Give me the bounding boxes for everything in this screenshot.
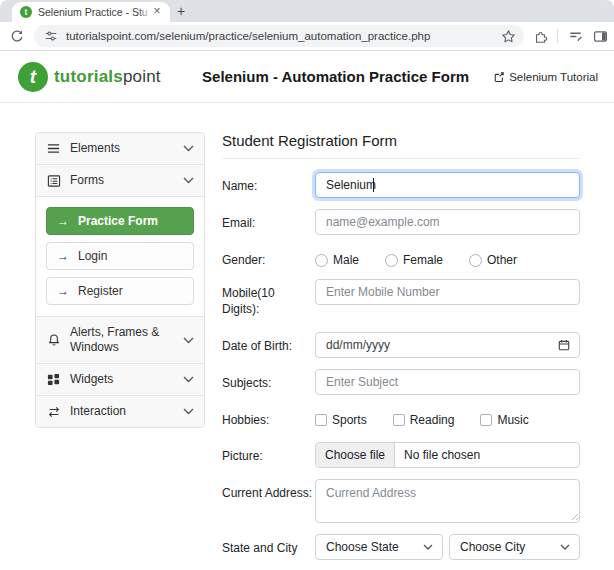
page-content: Elements Forms → Practice Form [0,103,614,570]
text-caret [373,178,374,192]
bookmark-star-icon[interactable] [500,28,516,44]
chevron-down-icon [183,145,194,152]
chevron-down-icon [560,544,570,550]
sidebar-item-login[interactable]: → Login [46,242,194,270]
page-title: Selenium - Automation Practice Form [178,68,493,85]
option-label: Sports [332,413,367,427]
option-label: Male [333,253,359,267]
sidebar-menu: Elements Forms → Practice Form [35,132,205,428]
option-label: Reading [410,413,455,427]
state-select-value: Choose State [326,540,399,554]
dob-row: Date of Birth: dd/mm/yyyy [222,332,580,358]
side-panel-icon[interactable] [592,28,608,44]
city-select[interactable]: Choose City [449,534,580,560]
arrow-right-icon: → [57,284,69,298]
url-bar[interactable]: tutorialspoint.com/selenium/practice/sel… [34,25,524,47]
checkbox-icon[interactable] [393,414,405,426]
email-input[interactable] [315,209,580,235]
gender-option-male[interactable]: Male [315,253,359,267]
browser-tab[interactable]: t Selenium Practice - Student Registrati… [12,2,170,22]
sidebar-item-label: Widgets [70,372,179,387]
mobile-row: Mobile(10 Digits): [222,279,580,317]
url-text[interactable]: tutorialspoint.com/selenium/practice/sel… [66,30,500,42]
tab-close-icon[interactable]: × [150,5,164,19]
dob-input[interactable]: dd/mm/yyyy [315,332,580,358]
sidebar-item-practice-form[interactable]: → Practice Form [46,207,194,235]
reading-list-icon[interactable] [567,28,583,44]
sidebar-item-alerts-frames-windows[interactable]: Alerts, Frames & Windows [36,317,204,364]
option-label: Music [497,413,528,427]
address-label: Current Address: [222,479,315,523]
subjects-input[interactable] [315,369,580,395]
hobby-option-reading[interactable]: Reading [393,413,455,427]
gender-row: Gender: Male Female Other [222,246,580,268]
form-list-icon [46,173,61,188]
choose-file-button[interactable]: Choose file [316,443,395,467]
new-tab-button[interactable]: + [170,2,192,22]
picture-row: Picture: Choose file No file chosen [222,442,580,468]
chevron-down-icon [183,376,194,383]
form-title: Student Registration Form [222,132,580,159]
browser-window: t Selenium Practice - Student Registrati… [0,0,614,570]
gender-option-other[interactable]: Other [469,253,517,267]
hobbies-label: Hobbies: [222,406,315,428]
email-label: Email: [222,209,315,235]
calendar-icon[interactable] [558,339,570,351]
reload-icon[interactable] [8,28,24,44]
option-label: Female [403,253,443,267]
subjects-row: Subjects: [222,369,580,395]
picture-label: Picture: [222,442,315,468]
site-settings-icon[interactable] [43,28,59,44]
gender-label: Gender: [222,246,315,268]
selenium-tutorial-label: Selenium Tutorial [509,71,598,83]
hobbies-row: Hobbies: Sports Reading Music [222,406,580,428]
tab-strip: t Selenium Practice - Student Registrati… [0,0,614,22]
address-row: Current Address: [222,479,580,523]
external-link-icon [493,71,505,83]
tutorialspoint-favicon-icon: t [20,6,32,18]
dob-value: dd/mm/yyyy [326,338,390,352]
browser-toolbar: tutorialspoint.com/selenium/practice/sel… [0,22,614,51]
name-label: Name: [222,172,315,198]
chevron-down-icon [183,177,194,184]
mobile-label: Mobile(10 Digits): [222,279,315,317]
address-textarea[interactable] [315,479,580,523]
subjects-label: Subjects: [222,369,315,395]
chevron-down-icon [183,337,194,344]
chevron-down-icon [423,544,433,550]
checkbox-icon[interactable] [480,414,492,426]
hobby-option-music[interactable]: Music [480,413,528,427]
extensions-icon[interactable] [532,28,548,44]
file-status-text: No file chosen [395,448,480,462]
checkbox-icon[interactable] [315,414,327,426]
tutorialspoint-logo[interactable]: t tutorialspoint [18,62,178,92]
sidebar-item-widgets[interactable]: Widgets [36,364,204,396]
sidebar-item-forms[interactable]: Forms [36,165,204,197]
radio-icon[interactable] [469,254,482,267]
selenium-tutorial-link[interactable]: Selenium Tutorial [493,71,598,83]
state-city-label: State and City [222,534,315,560]
gender-option-female[interactable]: Female [385,253,443,267]
radio-icon[interactable] [315,254,328,267]
sidebar-item-label: Elements [70,141,179,156]
name-row: Name: [222,172,580,198]
mobile-input[interactable] [315,279,580,305]
sidebar-item-elements[interactable]: Elements [36,133,204,165]
toolbar-divider [557,29,558,43]
forms-submenu: → Practice Form → Login → Register [36,197,204,317]
state-city-row: State and City Choose State Choose City [222,534,580,560]
state-select[interactable]: Choose State [315,534,443,560]
widgets-grid-icon [46,372,61,387]
tutorialspoint-logo-icon: t [18,62,48,92]
name-input[interactable] [315,172,580,198]
sidebar-item-register[interactable]: → Register [46,277,194,305]
sidebar-item-interaction[interactable]: Interaction [36,396,204,427]
option-label: Other [487,253,517,267]
brand-text: tutorialspoint [54,67,161,87]
chevron-down-icon [183,408,194,415]
radio-icon[interactable] [385,254,398,267]
picture-file-input[interactable]: Choose file No file chosen [315,442,580,468]
hobby-option-sports[interactable]: Sports [315,413,367,427]
site-header: t tutorialspoint Selenium - Automation P… [0,51,614,103]
toolbar-actions [532,28,608,44]
